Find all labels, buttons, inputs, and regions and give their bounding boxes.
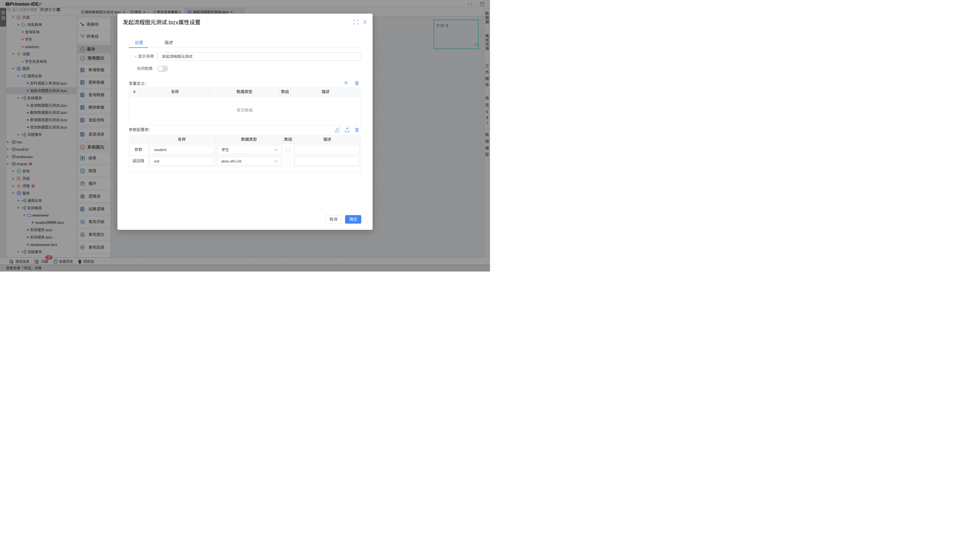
svg-text:out: out [154, 159, 159, 163]
svg-text:*: * [135, 55, 137, 59]
svg-text:#: # [133, 89, 135, 94]
svg-text:student: student [154, 148, 167, 152]
svg-text:.bizx: .bizx [167, 19, 178, 25]
svg-text:java.util.List: java.util.List [221, 159, 242, 163]
